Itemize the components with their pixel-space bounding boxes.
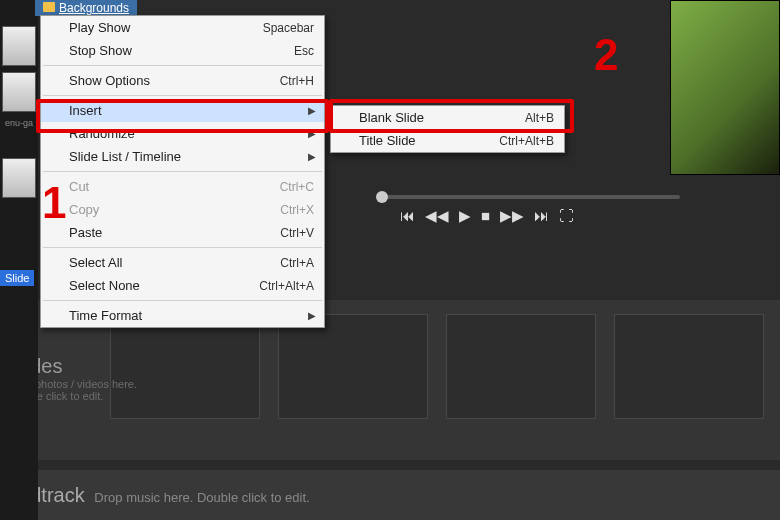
menu-item-label: Cut: [69, 179, 280, 194]
menu-item-accel: Ctrl+H: [280, 74, 314, 88]
menu-item-label: Time Format: [69, 308, 314, 323]
menu-cut: Cut Ctrl+C: [41, 175, 324, 198]
play-icon[interactable]: ▶: [459, 207, 471, 225]
menu-time-format[interactable]: Time Format ▶: [41, 304, 324, 327]
menu-item-label: Paste: [69, 225, 280, 240]
fast-forward-icon[interactable]: ▶▶: [500, 207, 524, 225]
slide-badge: Slide: [0, 270, 34, 286]
menu-item-label: Title Slide: [359, 133, 499, 148]
menu-item-accel: Ctrl+Alt+B: [499, 134, 554, 148]
menu-item-label: Copy: [69, 202, 280, 217]
menu-paste[interactable]: Paste Ctrl+V: [41, 221, 324, 244]
playback-controls: ⏮ ◀◀ ▶ ■ ▶▶ ⏭ ⛶: [380, 195, 680, 225]
slide-placeholder[interactable]: [446, 314, 596, 419]
menu-item-accel: Ctrl+X: [280, 203, 314, 217]
menu-item-label: Show Options: [69, 73, 280, 88]
rewind-icon[interactable]: ◀◀: [425, 207, 449, 225]
submenu-title-slide[interactable]: Title Slide Ctrl+Alt+B: [331, 129, 564, 152]
menu-item-label: Randomize: [69, 126, 314, 141]
menu-item-accel: Spacebar: [263, 21, 314, 35]
menu-randomize[interactable]: Randomize ▶: [41, 122, 324, 145]
menu-item-label: Play Show: [69, 20, 263, 35]
menu-insert[interactable]: Insert ▶: [41, 99, 324, 122]
fullscreen-icon[interactable]: ⛶: [559, 207, 574, 225]
thumbnail[interactable]: [2, 158, 36, 198]
preview-pane: [670, 0, 780, 175]
chevron-right-icon: ▶: [308, 105, 316, 116]
menu-item-accel: Ctrl+A: [280, 256, 314, 270]
menu-slide-list[interactable]: Slide List / Timeline ▶: [41, 145, 324, 168]
left-thumbnail-strip: enu-ga: [0, 0, 38, 520]
menu-item-label: Slide List / Timeline: [69, 149, 314, 164]
slide-placeholder[interactable]: [278, 314, 428, 419]
menu-item-label: Insert: [69, 103, 314, 118]
menu-item-label: Select None: [69, 278, 259, 293]
slide-placeholder[interactable]: [614, 314, 764, 419]
thumbnail[interactable]: [2, 72, 36, 112]
menu-item-label: Stop Show: [69, 43, 294, 58]
menu-show-options[interactable]: Show Options Ctrl+H: [41, 69, 324, 92]
menu-item-accel: Ctrl+C: [280, 180, 314, 194]
menu-item-accel: Alt+B: [525, 111, 554, 125]
skip-start-icon[interactable]: ⏮: [400, 207, 415, 225]
menu-item-accel: Ctrl+Alt+A: [259, 279, 314, 293]
menu-play-show[interactable]: Play Show Spacebar: [41, 16, 324, 39]
thumbnail[interactable]: [2, 26, 36, 66]
menu-item-label: Blank Slide: [359, 110, 525, 125]
timeline-slider[interactable]: [380, 195, 680, 199]
soundtrack-hint: Drop music here. Double click to edit.: [94, 490, 309, 505]
chevron-right-icon: ▶: [308, 310, 316, 321]
thumbnail-label: enu-ga: [0, 118, 38, 128]
folder-tab[interactable]: Backgrounds: [35, 0, 137, 16]
submenu-blank-slide[interactable]: Blank Slide Alt+B: [331, 106, 564, 129]
chevron-right-icon: ▶: [308, 151, 316, 162]
menu-item-accel: Esc: [294, 44, 314, 58]
menu-item-accel: Ctrl+V: [280, 226, 314, 240]
folder-tab-label: Backgrounds: [59, 1, 129, 15]
context-menu: Play Show Spacebar Stop Show Esc Show Op…: [40, 15, 325, 328]
soundtrack-panel: undtrack Drop music here. Double click t…: [0, 470, 780, 520]
annotation-number-2: 2: [594, 30, 618, 80]
folder-icon: [43, 2, 55, 12]
menu-select-all[interactable]: Select All Ctrl+A: [41, 251, 324, 274]
chevron-right-icon: ▶: [308, 128, 316, 139]
menu-stop-show[interactable]: Stop Show Esc: [41, 39, 324, 62]
stop-icon[interactable]: ■: [481, 207, 490, 225]
menu-copy: Copy Ctrl+X: [41, 198, 324, 221]
skip-end-icon[interactable]: ⏭: [534, 207, 549, 225]
menu-select-none[interactable]: Select None Ctrl+Alt+A: [41, 274, 324, 297]
insert-submenu: Blank Slide Alt+B Title Slide Ctrl+Alt+B: [330, 105, 565, 153]
menu-item-label: Select All: [69, 255, 280, 270]
